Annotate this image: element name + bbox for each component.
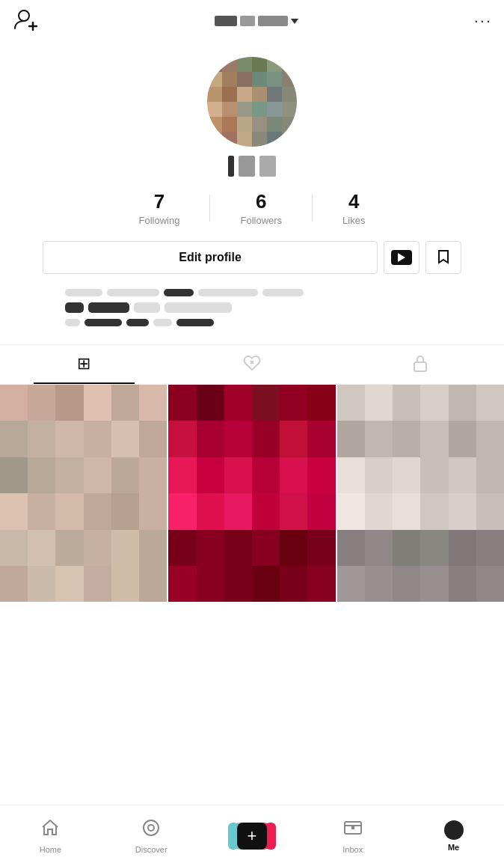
bottom-nav: Home Discover + Inbox Me [0, 805, 504, 866]
bio-line-3 [65, 319, 439, 326]
following-count: 7 [154, 190, 165, 213]
edit-profile-button[interactable]: Edit profile [43, 241, 378, 274]
bio-chip-dark [176, 319, 214, 326]
bio-chip [65, 289, 102, 296]
video-thumbnail-2[interactable] [168, 385, 335, 602]
bio-chip [134, 302, 160, 313]
bio-line-2 [65, 302, 439, 313]
likes-stat[interactable]: 4 Likes [313, 190, 395, 226]
ud-bar3 [259, 156, 276, 177]
tab-liked[interactable] [168, 345, 336, 384]
me-avatar [444, 820, 464, 840]
content-grid [0, 385, 504, 602]
profile-section: 7 Following 6 Followers 4 Likes Edit pro… [0, 42, 504, 338]
grid-icon: ⊞ [77, 354, 90, 373]
plus-icon: + [248, 828, 257, 844]
me-label: Me [448, 843, 459, 852]
nav-plus[interactable]: + [230, 823, 274, 850]
bio-chip-dark [88, 302, 129, 313]
likes-count: 4 [348, 190, 359, 213]
more-options-button[interactable]: ··· [474, 11, 492, 31]
bio-chip [198, 289, 258, 296]
nav-me[interactable]: Me [431, 820, 476, 852]
nav-discover[interactable]: Discover [129, 818, 173, 854]
svg-point-6 [144, 820, 159, 835]
username-bar3 [258, 16, 288, 26]
nav-home[interactable]: Home [28, 818, 73, 854]
username-selector[interactable] [215, 16, 298, 26]
bio-chip-dark [84, 319, 122, 326]
heart-break-icon [243, 354, 261, 375]
bio-chip [262, 289, 304, 296]
bio-chip-dark [65, 302, 84, 313]
nav-inbox[interactable]: Inbox [331, 818, 375, 854]
content-tabs: ⊞ [0, 344, 504, 385]
bio-chip-dark [126, 319, 149, 326]
username-display [228, 156, 276, 177]
tab-videos[interactable]: ⊞ [0, 345, 168, 384]
inbox-label: Inbox [342, 845, 363, 854]
svg-point-7 [148, 825, 154, 831]
home-label: Home [40, 845, 61, 854]
lock-icon [412, 354, 428, 376]
followers-stat[interactable]: 6 Followers [210, 190, 312, 226]
youtube-button[interactable] [384, 241, 420, 274]
bio-chip [153, 319, 172, 326]
following-stat[interactable]: 7 Following [109, 190, 210, 226]
likes-label: Likes [342, 215, 365, 226]
tab-private[interactable] [336, 345, 504, 384]
bio-chip [107, 289, 159, 296]
action-buttons: Edit profile [43, 241, 461, 274]
followers-label: Followers [240, 215, 282, 226]
top-nav: ··· [0, 0, 504, 42]
bio-chip [65, 319, 80, 326]
create-button[interactable]: + [233, 823, 271, 850]
followers-count: 6 [256, 190, 266, 213]
bio-chip [165, 302, 232, 313]
svg-rect-5 [414, 362, 426, 371]
bio-chip-dark [164, 289, 194, 296]
username-bar1 [215, 16, 237, 26]
avatar [207, 57, 297, 147]
bookmark-icon [435, 248, 452, 267]
svg-point-0 [19, 10, 29, 21]
bio-section [58, 289, 446, 332]
video-thumbnail-1[interactable] [0, 385, 167, 602]
ud-bar1 [228, 156, 234, 177]
add-user-area[interactable] [12, 6, 39, 36]
stats-row: 7 Following 6 Followers 4 Likes [12, 190, 492, 226]
discover-icon [141, 818, 161, 842]
youtube-icon [391, 250, 412, 265]
discover-label: Discover [135, 845, 168, 854]
bookmark-button[interactable] [425, 241, 461, 274]
home-icon [40, 818, 60, 842]
inbox-icon [343, 818, 363, 842]
ud-bar2 [239, 156, 255, 177]
username-bar2 [240, 16, 255, 26]
following-label: Following [139, 215, 180, 226]
plus-inner: + [237, 823, 267, 850]
chevron-down-icon [291, 19, 298, 24]
bio-line-1 [65, 289, 439, 296]
video-thumbnail-3[interactable] [337, 385, 504, 602]
add-user-icon[interactable] [12, 6, 39, 36]
